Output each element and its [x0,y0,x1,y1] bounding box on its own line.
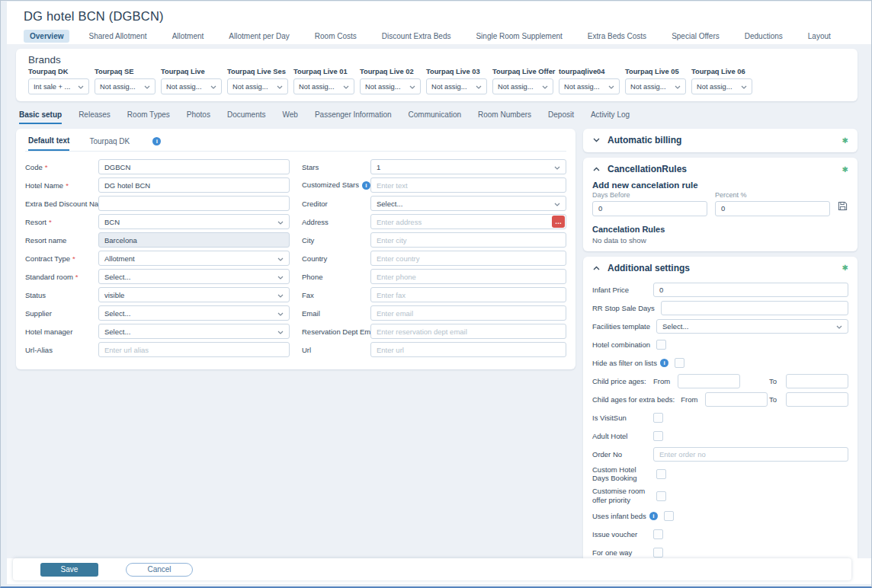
section-tab-room-types[interactable]: Room Types [127,110,170,124]
percent-input[interactable] [715,201,830,216]
additional-settings-card: Additional settings ✱ Infant Price RR St… [583,257,858,559]
tab-allotment[interactable]: Allotment [166,30,210,43]
country-input[interactable] [370,251,566,266]
rr-stop-sale-days-input[interactable] [661,301,848,315]
url-input[interactable] [370,342,566,357]
brand-select-tourpaq-se[interactable]: Not assig... [95,78,155,94]
child-extra-to-input[interactable] [786,392,848,407]
brand-select-tourpaq-live-01[interactable]: Not assig... [293,78,354,94]
resort-select[interactable]: BCN [98,214,290,229]
tab-single-room-supplement[interactable]: Single Room Supplement [470,30,568,43]
section-tab-communication[interactable]: Communication [409,110,461,124]
adult-hotel-checkbox[interactable] [653,431,663,441]
stars-select[interactable]: 1 [370,159,566,174]
additional-settings-toggle[interactable]: Additional settings ✱ [591,263,848,273]
green-indicator-icon: ✱ [842,165,848,174]
email-input[interactable] [370,305,566,321]
tab-overview[interactable]: Overview [24,30,69,43]
info-icon[interactable]: i [660,359,668,367]
hotel-combination-checkbox[interactable] [656,340,666,350]
for-one-way-checkbox[interactable] [653,548,663,558]
child-price-to-input[interactable] [786,374,848,388]
code-input[interactable] [98,159,290,174]
brand-select-tourpaq-live-03[interactable]: Not assig... [426,78,487,94]
save-button[interactable]: Save [40,563,98,577]
basic-setup-card: Default text Tourpaq DK i Code* Hotel Na… [16,129,575,369]
hide-as-filter-checkbox[interactable] [675,358,684,368]
brand-select-tourpaq-dk[interactable]: Int sale + ... [28,78,89,94]
brand-label: Tourpaq Live 01 [293,68,360,75]
fax-input[interactable] [370,287,566,302]
info-icon[interactable]: i [649,512,658,520]
child-price-from-input[interactable] [678,374,740,388]
green-indicator-icon: ✱ [842,264,848,272]
issue-voucher-checkbox[interactable] [653,529,663,539]
child-extra-from-input[interactable] [705,392,768,407]
contract-type-select[interactable]: Allotment [98,251,290,266]
hotel-manager-select[interactable]: Select... [98,324,290,339]
subtab-default-text[interactable]: Default text [28,136,69,151]
facilities-template-select[interactable]: Select... [656,319,848,334]
page-title: DG hotel BCN (DGBCN) [24,9,871,24]
brand-select-tourpaq-live-06[interactable]: Not assig... [691,78,752,94]
standard-room-select[interactable]: Select... [98,269,290,284]
subtab-tourpaq-dk[interactable]: Tourpaq DK [89,137,130,150]
save-rule-icon[interactable] [838,200,848,216]
brand-select-tourpaq-live-ses[interactable]: Not assig... [227,78,288,94]
uses-infant-beds-checkbox[interactable] [664,511,674,521]
custom-hotel-days-booking-checkbox[interactable] [656,469,666,479]
info-icon[interactable]: i [362,181,370,190]
address-action-button[interactable]: … [552,216,565,228]
brand-column: Tourpaq Live 01Not assig... [293,68,360,94]
customise-room-offer-priority-checkbox[interactable] [656,491,666,501]
brand-select-tourpaq-live-offer[interactable]: Not assig... [492,78,553,94]
brand-select-tourpaq-live-05[interactable]: Not assig... [625,78,686,94]
section-tab-passenger-information[interactable]: Passenger Information [315,110,392,124]
supplier-select[interactable]: Select... [98,305,290,321]
tab-allotment-per-day[interactable]: Allotment per Day [223,30,295,43]
brand-select-tourpaq-live-02[interactable]: Not assig... [360,78,421,94]
section-tab-activity-log[interactable]: Activity Log [591,110,630,124]
chevron-down-icon [554,163,560,171]
phone-input[interactable] [370,269,566,284]
address-input[interactable] [370,214,566,229]
hotel-name-input[interactable] [98,177,290,193]
section-tab-room-numbers[interactable]: Room Numbers [478,110,531,124]
customized-stars-input[interactable] [370,177,566,193]
section-tab-photos[interactable]: Photos [187,110,210,124]
required-asterisk: * [66,181,69,190]
status-select[interactable]: visible [98,287,290,302]
days-before-input[interactable] [592,201,707,216]
infant-price-input[interactable] [653,283,848,297]
automatic-billing-toggle[interactable]: Automatic billing ✱ [591,135,848,145]
cancel-button[interactable]: Cancel [126,563,193,577]
section-tab-basic-setup[interactable]: Basic setup [19,110,62,124]
section-tab-web[interactable]: Web [283,110,298,124]
brand-select-tourpaqlive04[interactable]: Not assig... [559,78,620,94]
extra-bed-discount-name-input[interactable] [98,196,290,211]
city-input[interactable] [370,232,566,248]
brand-label: Tourpaq Live 03 [426,68,492,75]
order-no-input[interactable] [653,447,848,462]
section-tab-releases[interactable]: Releases [79,110,111,124]
cancellation-rules-toggle[interactable]: CancellationRules ✱ [591,164,848,174]
tab-room-costs[interactable]: Room Costs [309,30,363,43]
creditor-select[interactable]: Select... [370,196,566,211]
is-visitsun-checkbox[interactable] [653,413,663,423]
info-icon[interactable]: i [152,137,161,145]
tab-shared-allotment[interactable]: Shared Allotment [82,30,152,43]
tab-extra-beds-costs[interactable]: Extra Beds Costs [582,30,652,43]
reservation-dept-email-input[interactable] [370,324,566,339]
chevron-down-icon [741,83,747,91]
section-tab-documents[interactable]: Documents [227,110,266,124]
tab-layout[interactable]: Layout [802,30,837,43]
brand-select-tourpaq-live[interactable]: Not assig... [161,78,222,94]
tab-special-offers[interactable]: Special Offers [665,30,726,43]
section-tab-deposit[interactable]: Deposit [548,110,574,124]
brand-select-value: Int sale + ... [34,83,70,91]
no-data-text: No data to show [592,236,848,244]
url-alias-input[interactable] [98,342,290,357]
tab-deductions[interactable]: Deductions [739,30,789,43]
tab-discount-extra-beds[interactable]: Discount Extra Beds [376,30,457,43]
brand-label: Tourpaq Live [161,68,227,75]
